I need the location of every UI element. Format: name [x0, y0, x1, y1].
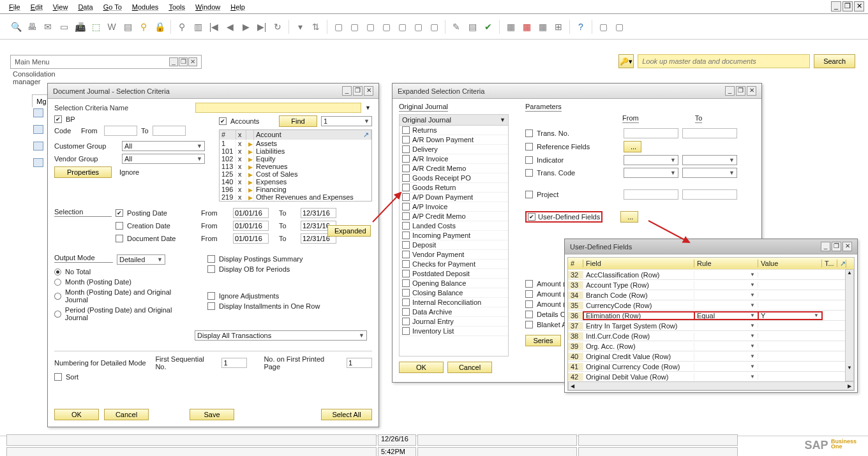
udf-max-icon[interactable]: ❐ — [832, 242, 841, 251]
project-to-input[interactable] — [682, 189, 737, 200]
dj-min-icon[interactable]: _ — [342, 86, 352, 96]
udf-row[interactable]: 39Org. Acc. (Row)▼ — [568, 341, 845, 351]
find-icon[interactable]: ⚲ — [175, 20, 189, 34]
month-pd-radio[interactable] — [54, 279, 61, 286]
dj-close-icon[interactable]: ✕ — [364, 86, 373, 96]
menu-file[interactable]: File — [4, 2, 26, 12]
journal-checkbox[interactable] — [402, 165, 410, 172]
no-total-radio[interactable] — [54, 268, 61, 276]
cust-group-select[interactable]: All▼ — [122, 141, 205, 151]
creation-date-checkbox[interactable] — [116, 222, 123, 230]
journal-item[interactable]: Delivery — [400, 145, 508, 154]
find-button[interactable]: Find — [279, 115, 317, 127]
launch-icon[interactable]: ⚲ — [137, 20, 151, 34]
amount3-checkbox[interactable] — [525, 300, 533, 308]
journal-checkbox[interactable] — [402, 298, 410, 306]
add-icon[interactable]: ▥ — [191, 20, 205, 34]
check-icon[interactable]: ✔ — [481, 20, 495, 34]
ign-adj-checkbox[interactable] — [207, 292, 215, 300]
udf-scrollbar-h[interactable]: ◀▶ — [568, 381, 854, 390]
find-level-select[interactable]: 1▼ — [321, 116, 372, 126]
accounts-table[interactable]: #xAccount↗ 1x▶Assets101x▶Liabilities102x… — [219, 129, 372, 202]
udf-row[interactable]: 35CurrencyCode (Row)▼ — [568, 300, 845, 310]
posting-date-checkbox[interactable]: ✔ — [116, 209, 123, 217]
account-row[interactable]: 140x▶Expenses — [220, 178, 371, 186]
dj-max-icon[interactable]: ❐ — [353, 86, 363, 96]
first-page-input[interactable] — [347, 358, 372, 368]
transcode-from-select[interactable]: ▼ — [624, 168, 678, 178]
next-icon[interactable]: ▶ — [239, 20, 253, 34]
filter-icon[interactable]: ▾ — [293, 20, 307, 34]
udf-close-icon[interactable]: ✕ — [842, 242, 852, 251]
search-input[interactable] — [638, 54, 810, 68]
journal-item[interactable]: A/R Invoice — [400, 154, 508, 164]
preview-icon[interactable]: 🔍 — [9, 20, 23, 34]
sort-icon[interactable]: ⇅ — [309, 20, 323, 34]
posting-from-input[interactable] — [233, 208, 269, 218]
exp-max-icon[interactable]: ❐ — [736, 86, 745, 96]
dj-cancel-button[interactable]: Cancel — [104, 409, 149, 420]
output-mode-select[interactable]: Detailed▼ — [117, 254, 165, 265]
exp-close-icon[interactable]: ✕ — [747, 86, 756, 96]
journal-item[interactable]: Internal Reconciliation — [400, 298, 508, 307]
doc4-icon[interactable]: ▢ — [379, 20, 393, 34]
bp-checkbox[interactable]: ✔ — [54, 115, 62, 123]
account-row[interactable]: 196x▶Financing — [220, 186, 371, 193]
dj-ok-button[interactable]: OK — [54, 409, 99, 420]
properties-button[interactable]: Properties — [54, 166, 112, 178]
menu-view[interactable]: View — [48, 2, 73, 12]
accounts-checkbox[interactable]: ✔ — [219, 117, 227, 125]
excel-icon[interactable]: ⬚ — [89, 20, 103, 34]
disp-sum-checkbox[interactable] — [207, 255, 215, 263]
menu-modules[interactable]: Modules — [127, 2, 164, 12]
document-date-checkbox[interactable] — [116, 235, 123, 242]
journal-checkbox[interactable] — [402, 327, 410, 335]
project-from-input[interactable] — [624, 189, 678, 200]
doc5-icon[interactable]: ▢ — [395, 20, 409, 34]
journal-item[interactable]: Checks for Payment — [400, 260, 508, 269]
account-row[interactable]: 101x▶Liabilities — [220, 147, 371, 155]
menu-tools[interactable]: Tools — [163, 2, 190, 12]
account-row[interactable]: 125x▶Cost of Sales — [220, 170, 371, 178]
first-seq-input[interactable] — [221, 358, 247, 368]
print-icon[interactable]: 🖶 — [25, 20, 39, 34]
cal-x-icon[interactable]: ▦ — [520, 20, 534, 34]
journal-checkbox[interactable] — [402, 193, 410, 201]
journal-item[interactable]: Incoming Payment — [400, 231, 508, 240]
udf-row[interactable]: 32AccClassification (Row)▼ — [568, 269, 845, 279]
dj-save-button[interactable]: Save — [190, 409, 234, 420]
restore-icon[interactable]: ❐ — [842, 1, 853, 11]
udf-ellipsis-button[interactable]: ... — [620, 211, 638, 223]
module-icon[interactable] — [33, 108, 43, 117]
sort-checkbox[interactable] — [54, 373, 62, 381]
udf-row[interactable]: 38Intl.Curr.Code (Row)▼ — [568, 330, 845, 341]
details-checkbox[interactable] — [525, 311, 533, 318]
pdf-icon[interactable]: ▤ — [121, 20, 135, 34]
udf-row[interactable]: 41Original Currency Code (Row)▼ — [568, 361, 845, 371]
udf-checkbox[interactable]: ✔ — [528, 213, 535, 221]
close-icon[interactable]: ✕ — [854, 1, 864, 11]
exp-ok-button[interactable]: OK — [399, 362, 444, 373]
journal-item[interactable]: A/R Down Payment — [400, 135, 508, 145]
journal-checkbox[interactable] — [402, 145, 410, 153]
journal-checkbox[interactable] — [402, 251, 410, 258]
udf-scrollbar-v[interactable]: ▲ ▼ — [845, 269, 854, 381]
blanket-checkbox[interactable] — [525, 321, 533, 328]
scn-field[interactable] — [195, 103, 361, 113]
code-from-input[interactable] — [104, 126, 137, 136]
journal-item[interactable]: Goods Receipt PO — [400, 173, 508, 183]
page2-icon[interactable]: ▢ — [612, 20, 626, 34]
journal-item[interactable]: A/P Down Payment — [400, 193, 508, 202]
transno-to-input[interactable] — [682, 128, 737, 138]
journal-item[interactable]: Returns — [400, 126, 508, 135]
menu-goto[interactable]: Go To — [98, 2, 127, 12]
doc7-icon[interactable]: ▢ — [427, 20, 441, 34]
journal-checkbox[interactable] — [402, 260, 410, 268]
fax-icon[interactable]: 📠 — [73, 20, 87, 34]
sms-icon[interactable]: ▭ — [57, 20, 71, 34]
cal-check-icon[interactable]: ▦ — [504, 20, 518, 34]
journal-item[interactable]: A/P Invoice — [400, 202, 508, 212]
module-icon[interactable] — [33, 125, 43, 134]
form-icon[interactable]: ▤ — [465, 20, 479, 34]
journal-item[interactable]: A/P Credit Memo — [400, 212, 508, 221]
